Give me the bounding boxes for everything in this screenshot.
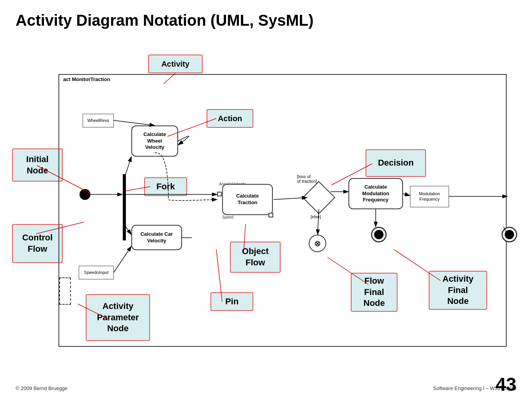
calc-traction-action: CalculateTraction [222,184,273,215]
svg-line-11 [114,246,131,272]
svg-line-6 [274,198,307,200]
activity-final-inner-2 [505,230,514,239]
control-flow-notation-box: ControlFlow [12,224,63,263]
activity-final-node-border [502,227,517,242]
modulation-freq-node: ModulationFrequency [410,186,449,207]
svg-line-9 [403,194,410,196]
output-pin-traction [269,213,273,217]
uml-arrows-svg [59,75,507,359]
calc-car-velocity-action: Calculate CarVelocity [131,225,182,250]
page-title: Activity Diagram Notation (UML, SysML) [0,0,532,33]
page-number: 43 [496,374,516,395]
speedo-input-node: SpeedoInput [79,266,114,279]
loss-label: [loss ofof traction] [297,174,317,184]
activity-notation-box: Activity [148,55,203,73]
input-pin-traction [217,192,222,196]
calc-modulation-action: CalculateModulationFrequency [348,178,403,209]
svg-line-1 [114,120,155,125]
footer: © 2009 Bernd Bruegge Software Engineerin… [0,385,532,391]
initial-node-notation-box: InitialNode [12,148,63,182]
calc-wheel-velocity-action: CalculateWheelVelocity [131,125,178,157]
else-label: [else] [311,214,321,219]
activity-param-node [59,277,71,305]
uml-diagram: act MonitorTraction WheelRevs CalculateW… [58,74,507,347]
flow-final-node: ⊗ [309,235,326,252]
activity-final-inner [374,230,384,239]
wheel-revs-node: WheelRevs [83,114,114,127]
decision-diamond [302,181,336,214]
footer-copyright: © 2009 Bernd Bruegge [16,385,67,391]
speed-label: Speed [222,215,233,219]
act-label: act MonitorTraction [63,76,110,82]
initial-node [80,189,90,200]
fork-bar [123,174,126,240]
activity-final-node [371,227,387,242]
